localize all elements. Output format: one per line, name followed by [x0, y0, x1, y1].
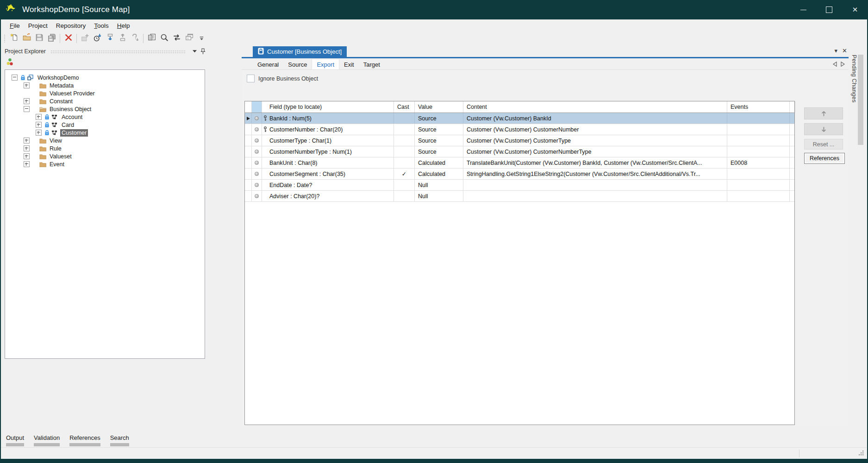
grid-row[interactable]: Adviser : Char(20)?Null [245, 191, 794, 202]
grid-row[interactable]: CustomerType : Char(1)SourceCustomer (Vw… [245, 135, 794, 146]
value-cell[interactable]: Null [415, 180, 463, 190]
menu-repository[interactable]: Repository [52, 21, 90, 31]
compare-button[interactable] [170, 33, 183, 44]
get-latest-button[interactable] [104, 33, 116, 44]
tree-expander-plus[interactable] [24, 138, 30, 144]
close-document-button[interactable]: ✕ [842, 47, 847, 54]
column-header-blank[interactable] [790, 101, 795, 113]
menu-help[interactable]: Help [113, 21, 134, 31]
tree-expander-minus[interactable] [12, 75, 18, 81]
panel-pin-button[interactable] [199, 47, 207, 56]
column-header-events[interactable]: Events [727, 101, 790, 113]
toolbar-grip[interactable] [4, 34, 6, 43]
tree-expander-plus[interactable] [36, 114, 42, 120]
tree-item-metadata[interactable]: Metadata [5, 81, 205, 89]
menu-project[interactable]: Project [24, 21, 52, 31]
field-cell[interactable]: CustomerNumber : Char(20) [262, 124, 394, 135]
tab-exit[interactable]: Exit [339, 59, 359, 69]
tree-expander-plus[interactable] [24, 161, 30, 167]
events-cell[interactable] [727, 124, 790, 135]
new-project-button[interactable] [8, 33, 20, 44]
menu-tools[interactable]: Tools [90, 21, 113, 31]
tree-item-workshopdemo[interactable]: WorkshopDemo [5, 74, 205, 81]
save-button[interactable] [33, 33, 45, 44]
content-cell[interactable]: StringHandling.GetString1ElseString2(Cus… [463, 169, 727, 179]
column-header-field-type-to-locate[interactable]: Field (type to locate) [262, 101, 394, 113]
tree-expander-plus[interactable] [24, 98, 30, 104]
panel-drag-grip[interactable] [50, 50, 186, 54]
content-cell[interactable]: Customer (Vw.Customer) BankId [463, 113, 727, 124]
scrollbar-thumb[interactable] [858, 55, 863, 145]
grid-row[interactable]: CustomerNumberType : Num(1)SourceCustome… [245, 146, 794, 157]
grid-row[interactable]: EndDate : Date?Null [245, 180, 794, 191]
properties-button[interactable] [145, 33, 158, 44]
tab-list-button[interactable]: ▾ [835, 47, 838, 54]
field-cell[interactable]: CustomerType : Char(1) [262, 135, 394, 146]
cast-cell[interactable] [394, 135, 415, 146]
cast-cell[interactable]: ✓ [394, 169, 415, 179]
content-cell[interactable]: Customer (Vw.Customer) CustomerType [463, 135, 727, 146]
grid-row[interactable]: BankUnit : Char(8)CalculatedTranslateBan… [245, 157, 794, 169]
panel-menu-button[interactable] [190, 47, 199, 56]
menu-file[interactable]: File [6, 21, 24, 31]
grid-row[interactable]: CustomerNumber : Char(20)SourceCustomer … [245, 124, 794, 135]
undo-checkout-button[interactable] [129, 33, 141, 44]
move-down-button[interactable] [804, 123, 843, 135]
grid-row[interactable]: BankId : Num(5)SourceCustomer (Vw.Custom… [245, 113, 794, 124]
tree-item-view[interactable]: View [5, 137, 205, 144]
tab-general[interactable]: General [253, 59, 283, 69]
field-cell[interactable]: CustomerNumberType : Num(1) [262, 146, 394, 157]
toolbar-overflow-button[interactable] [195, 33, 208, 44]
value-cell[interactable]: Null [415, 191, 463, 201]
window-list-button[interactable] [183, 33, 195, 44]
tree-item-account[interactable]: Account [5, 113, 205, 121]
value-cell[interactable]: Source [415, 146, 463, 157]
events-cell[interactable] [727, 180, 790, 190]
document-tab-customer[interactable]: Customer [Business Object] [253, 46, 347, 57]
field-cell[interactable]: CustomerSegment : Char(35) [262, 169, 394, 179]
bottom-tab-validation[interactable]: Validation [34, 434, 60, 446]
tab-source[interactable]: Source [283, 59, 312, 69]
cast-cell[interactable] [394, 113, 415, 124]
field-cell[interactable]: Adviser : Char(20)? [262, 191, 394, 201]
cast-cell[interactable] [394, 191, 415, 201]
open-folder-button[interactable] [20, 33, 33, 44]
vertical-scrollbar[interactable] [857, 46, 864, 426]
content-cell[interactable]: TranslateBankUnit(Customer (Vw.Customer)… [463, 157, 727, 168]
field-cell[interactable]: EndDate : Date? [262, 180, 394, 190]
tree-expander-plus[interactable] [24, 145, 30, 151]
events-cell[interactable] [727, 191, 790, 201]
events-cell[interactable]: E0008 [727, 157, 790, 168]
content-cell[interactable]: Customer (Vw.Customer) CustomerNumber [463, 124, 727, 135]
tree-expander-plus[interactable] [36, 122, 42, 128]
checkin-clock-button[interactable] [91, 33, 104, 44]
move-up-button[interactable] [804, 107, 843, 119]
cast-cell[interactable] [394, 124, 415, 135]
pending-changes-tab[interactable]: Pending Changes [849, 55, 857, 166]
value-cell[interactable]: Source [415, 135, 463, 146]
column-header-content[interactable]: Content [463, 101, 727, 113]
tree-item-rule[interactable]: Rule [5, 144, 205, 152]
delete-button[interactable] [62, 33, 75, 44]
maximize-button[interactable] [816, 0, 842, 19]
tree-item-valueset-provider[interactable]: Valueset Provider [5, 89, 205, 97]
status-lights-icon[interactable] [6, 58, 13, 68]
close-button[interactable]: ✕ [842, 0, 868, 19]
events-cell[interactable] [727, 135, 790, 146]
tree-expander-minus[interactable] [24, 106, 30, 112]
column-header-value[interactable]: Value [415, 101, 463, 113]
content-cell[interactable] [463, 191, 727, 201]
subtab-scroll-left-button[interactable] [833, 60, 837, 69]
subtab-scroll-right-button[interactable] [841, 60, 845, 69]
events-cell[interactable] [727, 146, 790, 157]
tab-target[interactable]: Target [359, 59, 385, 69]
cast-cell[interactable] [394, 157, 415, 168]
references-button[interactable]: References [804, 153, 845, 164]
content-cell[interactable] [463, 180, 727, 190]
tree-expander-plus[interactable] [36, 130, 42, 136]
events-cell[interactable] [727, 169, 790, 179]
value-cell[interactable]: Source [415, 124, 463, 135]
content-cell[interactable]: Customer (Vw.Customer) CustomerNumberTyp… [463, 146, 727, 157]
column-header-blank[interactable] [245, 101, 252, 113]
tree-expander-plus[interactable] [24, 153, 30, 159]
